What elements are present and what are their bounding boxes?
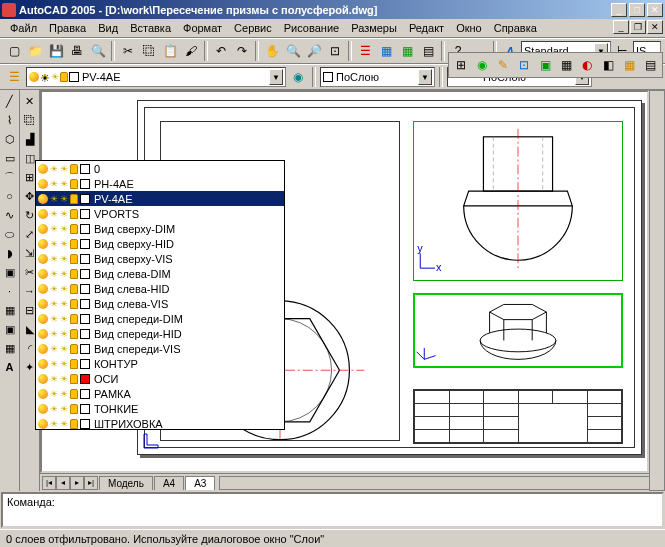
cut-icon[interactable]: ✂ xyxy=(118,41,138,61)
copyobj-icon[interactable]: ⿻ xyxy=(21,111,39,129)
color-swatch[interactable] xyxy=(80,254,90,264)
open-icon[interactable]: 📁 xyxy=(25,41,45,61)
new-icon[interactable]: ▢ xyxy=(4,41,24,61)
menu-Файл[interactable]: Файл xyxy=(4,20,43,36)
freeze-icon[interactable]: ☀ xyxy=(60,419,68,429)
tab-next-icon[interactable]: ▸ xyxy=(70,476,84,490)
layer-item-Вид сверху-DIM[interactable]: ☀☀Вид сверху-DIM xyxy=(36,221,284,236)
doc-close-button[interactable]: ✕ xyxy=(647,20,663,34)
lock-icon[interactable] xyxy=(70,419,78,429)
color-swatch[interactable] xyxy=(80,299,90,309)
layer-item-Вид слева-DIM[interactable]: ☀☀Вид слева-DIM xyxy=(36,266,284,281)
circle-icon[interactable]: ○ xyxy=(1,187,19,205)
redo-icon[interactable]: ↷ xyxy=(232,41,252,61)
polygon-icon[interactable]: ⬡ xyxy=(1,130,19,148)
lock-icon[interactable] xyxy=(70,374,78,384)
viewport-front[interactable]: xy xyxy=(413,121,623,281)
print-icon[interactable]: 🖶 xyxy=(67,41,87,61)
layer-item-Вид спереди-HID[interactable]: ☀☀Вид спереди-HID xyxy=(36,326,284,341)
scrollbar-horizontal[interactable] xyxy=(219,476,663,490)
freeze-icon[interactable]: ☀ xyxy=(60,254,68,264)
bulb-icon[interactable] xyxy=(38,209,48,219)
mirror-icon[interactable]: ▟ xyxy=(21,130,39,148)
layer-item-КОНТУР[interactable]: ☀☀КОНТУР xyxy=(36,356,284,371)
freeze-icon[interactable]: ☀ xyxy=(60,299,68,309)
sun-icon[interactable]: ☀ xyxy=(50,389,58,399)
tb-icon[interactable]: ◐ xyxy=(577,55,597,75)
lock-icon[interactable] xyxy=(70,224,78,234)
color-swatch[interactable] xyxy=(80,179,90,189)
bulb-icon[interactable] xyxy=(38,179,48,189)
freeze-icon[interactable]: ☀ xyxy=(60,389,68,399)
layer-combo[interactable]: ☀ ☀ PV-4AE ▼ xyxy=(26,67,286,87)
hatch-icon[interactable]: ▦ xyxy=(1,301,19,319)
menu-Окно[interactable]: Окно xyxy=(450,20,488,36)
doc-minimize-button[interactable]: _ xyxy=(613,20,629,34)
bulb-icon[interactable] xyxy=(38,404,48,414)
bulb-icon[interactable] xyxy=(38,284,48,294)
undo-icon[interactable]: ↶ xyxy=(211,41,231,61)
layer-manager-icon[interactable]: ☰ xyxy=(4,67,24,87)
bulb-icon[interactable] xyxy=(38,239,48,249)
sun-icon[interactable]: ☀ xyxy=(50,164,58,174)
close-button[interactable]: ✕ xyxy=(647,3,663,17)
lock-icon[interactable] xyxy=(70,284,78,294)
layer-item-PH-4AE[interactable]: ☀☀PH-4AE xyxy=(36,176,284,191)
bulb-icon[interactable] xyxy=(38,419,48,429)
spline-icon[interactable]: ∿ xyxy=(1,206,19,224)
layer-prev-icon[interactable]: ◉ xyxy=(288,67,308,87)
color-swatch[interactable] xyxy=(80,374,90,384)
copy-icon[interactable]: ⿻ xyxy=(139,41,159,61)
sun-icon[interactable]: ☀ xyxy=(50,344,58,354)
layer-item-ШТРИХОВКА[interactable]: ☀☀ШТРИХОВКА xyxy=(36,416,284,430)
color-swatch[interactable] xyxy=(80,209,90,219)
lock-icon[interactable] xyxy=(70,389,78,399)
sun-icon[interactable]: ☀ xyxy=(50,179,58,189)
arc-icon[interactable]: ⌒ xyxy=(1,168,19,186)
region-icon[interactable]: ▣ xyxy=(1,320,19,338)
freeze-icon[interactable]: ☀ xyxy=(60,269,68,279)
menu-Правка[interactable]: Правка xyxy=(43,20,92,36)
color-swatch[interactable] xyxy=(80,224,90,234)
lock-icon[interactable] xyxy=(70,314,78,324)
lock-icon[interactable] xyxy=(70,359,78,369)
ellipsearc-icon[interactable]: ◗ xyxy=(1,244,19,262)
bulb-icon[interactable] xyxy=(38,194,48,204)
match-icon[interactable]: 🖌 xyxy=(181,41,201,61)
tb-icon[interactable]: ⊞ xyxy=(451,55,471,75)
point-icon[interactable]: · xyxy=(1,282,19,300)
sun-icon[interactable]: ☀ xyxy=(50,359,58,369)
layout-tab-A3[interactable]: A3 xyxy=(185,476,215,490)
sun-icon[interactable]: ☀ xyxy=(50,269,58,279)
lock-icon[interactable] xyxy=(70,329,78,339)
bulb-icon[interactable] xyxy=(38,389,48,399)
chevron-down-icon[interactable]: ▼ xyxy=(418,69,432,85)
block-icon[interactable]: ▣ xyxy=(1,263,19,281)
color-swatch[interactable] xyxy=(80,359,90,369)
layout-tab-A4[interactable]: A4 xyxy=(154,476,184,490)
freeze-icon[interactable]: ☀ xyxy=(60,329,68,339)
viewport-iso[interactable] xyxy=(413,293,623,368)
layer-item-ОСИ[interactable]: ☀☀ОСИ xyxy=(36,371,284,386)
bulb-icon[interactable] xyxy=(38,299,48,309)
lock-icon[interactable] xyxy=(70,299,78,309)
menu-Справка[interactable]: Справка xyxy=(488,20,543,36)
sun-icon[interactable]: ☀ xyxy=(50,254,58,264)
color-swatch[interactable] xyxy=(80,239,90,249)
freeze-icon[interactable]: ☀ xyxy=(60,194,68,204)
sun-icon[interactable]: ☀ xyxy=(50,299,58,309)
bulb-icon[interactable] xyxy=(38,374,48,384)
bulb-icon[interactable] xyxy=(38,359,48,369)
rect-icon[interactable]: ▭ xyxy=(1,149,19,167)
sun-icon[interactable]: ☀ xyxy=(50,239,58,249)
tb-icon[interactable]: ◉ xyxy=(472,55,492,75)
command-line[interactable]: Команда: xyxy=(1,492,664,528)
color-swatch[interactable] xyxy=(80,389,90,399)
color-swatch[interactable] xyxy=(80,269,90,279)
freeze-icon[interactable]: ☀ xyxy=(60,164,68,174)
layer-item-PV-4AE[interactable]: ☀☀PV-4AE xyxy=(36,191,284,206)
tb-icon[interactable]: ▣ xyxy=(535,55,555,75)
freeze-icon[interactable]: ☀ xyxy=(60,209,68,219)
layer-item-Вид спереди-VIS[interactable]: ☀☀Вид спереди-VIS xyxy=(36,341,284,356)
tool-icon[interactable]: ▦ xyxy=(397,41,417,61)
